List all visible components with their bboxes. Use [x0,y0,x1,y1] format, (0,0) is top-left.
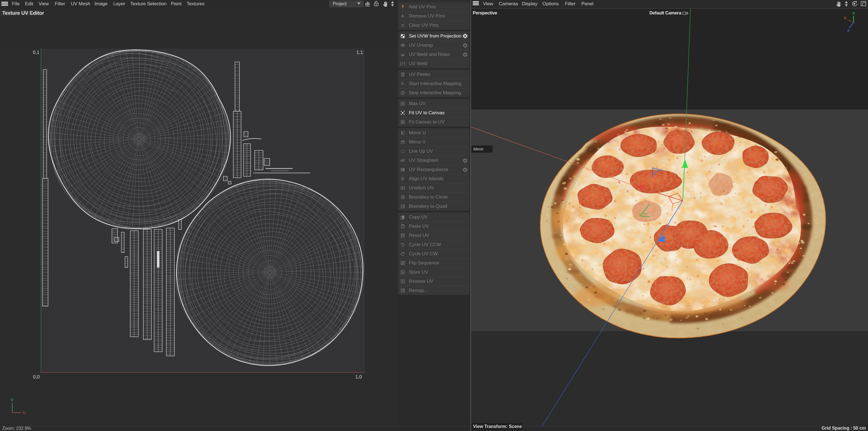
svg-text:Y: Y [852,11,855,16]
svg-text:Z: Z [847,29,849,33]
svg-text:X: X [844,16,846,20]
